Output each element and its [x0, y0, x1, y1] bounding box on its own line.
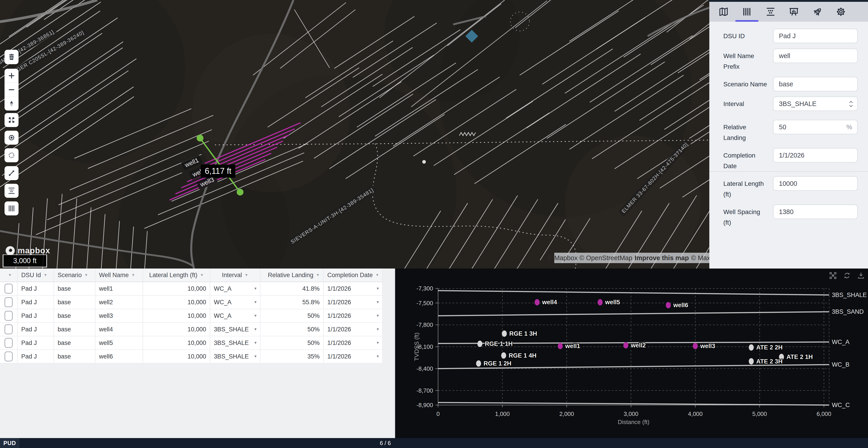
cell-dropdown-icon[interactable]: ▼ — [254, 341, 257, 345]
tab-rocket[interactable] — [806, 2, 829, 22]
table-row[interactable]: Pad Jbasewell110,000WC_A▼41.8%1/1/2026▼ — [0, 282, 383, 296]
chart-point[interactable] — [477, 341, 483, 347]
target-circle-button[interactable] — [4, 131, 19, 145]
chart-cluster-button[interactable] — [829, 271, 837, 280]
cell-relative-landing: 35% — [260, 350, 324, 363]
cell-lateral-length-ft-: 10,000 — [143, 296, 210, 309]
select-all-header[interactable]: ▼ — [0, 268, 18, 282]
row-checkbox[interactable] — [4, 324, 13, 334]
chart-point[interactable] — [623, 342, 628, 349]
section-view-button[interactable] — [4, 184, 19, 198]
chart-point[interactable] — [598, 299, 602, 306]
chart-download-button[interactable] — [857, 271, 865, 280]
improve-map-link[interactable]: Improve this map — [634, 254, 689, 262]
column-header-completion-date[interactable]: Completion Date▼ — [324, 268, 383, 282]
tab-gun-barrel[interactable] — [735, 2, 758, 22]
chart-point[interactable] — [535, 299, 539, 306]
cell-dropdown-icon[interactable]: ▼ — [376, 354, 379, 358]
map-canvas[interactable]: SMR 8H-[42-389-36861]GER C205SL-[42-389-… — [0, 0, 709, 268]
lateral-length-ft-input[interactable]: 10000 — [773, 176, 858, 191]
expand-button[interactable] — [4, 113, 19, 127]
cell-dropdown-icon[interactable]: ▼ — [376, 300, 379, 304]
chart-point[interactable] — [693, 343, 698, 349]
column-header-dsu-id[interactable]: DSU Id▼ — [18, 268, 54, 282]
cell-value: 50% — [307, 326, 320, 333]
chart-point[interactable] — [558, 343, 563, 349]
cell-dropdown-icon[interactable]: ▼ — [376, 341, 379, 345]
measure-button[interactable] — [4, 166, 19, 180]
chart-point[interactable] — [666, 302, 671, 308]
cell-value: WC_A — [214, 299, 231, 306]
chart-point[interactable] — [476, 360, 481, 366]
row-checkbox[interactable] — [4, 338, 13, 348]
column-header-label: DSU Id — [21, 272, 41, 279]
column-menu-icon[interactable]: ▼ — [375, 273, 379, 277]
column-header-well-name[interactable]: Well Name▼ — [95, 268, 143, 282]
cell-completion-date: 1/1/2026▼ — [324, 337, 383, 349]
cell-dropdown-icon[interactable]: ▼ — [254, 354, 257, 358]
cell-value: 10,000 — [187, 312, 206, 319]
scenario-name-input[interactable]: base — [773, 77, 858, 91]
table-row[interactable]: Pad Jbasewell410,0003BS_SHALE▼50%1/1/202… — [0, 323, 383, 337]
settings-icon — [836, 6, 846, 17]
column-menu-icon[interactable]: ▼ — [245, 273, 248, 277]
column-header-scenario[interactable]: Scenario▼ — [54, 268, 95, 282]
cell-relative-landing: 50% — [260, 323, 324, 336]
cell-dropdown-icon[interactable]: ▼ — [254, 300, 257, 304]
gun-barrel-view-button[interactable] — [4, 201, 19, 216]
table-row[interactable]: Pad Jbasewell510,0003BS_SHALE▼50%1/1/202… — [0, 337, 383, 350]
lasso-select-button[interactable] — [4, 148, 19, 162]
row-checkbox[interactable] — [4, 284, 13, 294]
column-menu-icon[interactable]: ▼ — [131, 273, 135, 277]
column-menu-icon[interactable]: ▼ — [200, 273, 204, 277]
zoom-in-button[interactable] — [4, 69, 19, 83]
column-header-relative-landing[interactable]: Relative Landing▼ — [260, 268, 324, 282]
column-header-lateral-length-ft-[interactable]: Lateral Length (ft)▼ — [143, 268, 210, 282]
chart-point[interactable] — [749, 358, 754, 364]
checkbox-cell — [0, 296, 18, 309]
field-label: Well Name Prefix — [723, 51, 771, 72]
relative-landing-input[interactable]: 50% — [773, 120, 858, 134]
field-value: 50 — [779, 123, 786, 131]
dsu-id-input[interactable]: Pad J — [773, 29, 858, 43]
column-menu-icon[interactable]: ▼ — [316, 273, 320, 277]
mode-badge[interactable]: PUD — [0, 438, 20, 448]
cell-dropdown-icon[interactable]: ▼ — [254, 314, 257, 318]
cell-dropdown-icon[interactable]: ▼ — [254, 327, 257, 331]
column-header-interval[interactable]: Interval▼ — [210, 268, 260, 282]
chart-point-label: well4 — [542, 299, 557, 306]
x-axis-title: Distance (ft) — [618, 419, 649, 425]
tab-presentation[interactable] — [782, 2, 806, 22]
well-spacing-ft-input[interactable]: 1380 — [773, 204, 858, 219]
table-row[interactable]: Pad Jbasewell210,000WC_A▼55.8%1/1/2026▼ — [0, 296, 383, 309]
tab-map[interactable] — [712, 2, 735, 22]
well-name-prefix-input[interactable]: well — [773, 49, 858, 63]
cell-dropdown-icon[interactable]: ▼ — [376, 327, 379, 331]
chart-point[interactable] — [749, 344, 754, 351]
properties-panel: DSU IDPad JWell Name PrefixwellScenario … — [709, 0, 868, 268]
chart-point[interactable] — [502, 330, 507, 337]
cell-dropdown-icon[interactable]: ▼ — [376, 314, 379, 318]
table-row[interactable]: Pad Jbasewell310,000WC_A▼50%1/1/2026▼ — [0, 309, 383, 323]
rocket-icon — [812, 6, 823, 17]
row-checkbox[interactable] — [4, 351, 13, 361]
chart-point[interactable] — [501, 352, 506, 359]
tab-section[interactable] — [759, 2, 782, 22]
cell-dropdown-icon[interactable]: ▼ — [254, 287, 257, 291]
delete-button[interactable] — [4, 50, 19, 64]
active-tab-indicator — [735, 20, 758, 22]
table-row[interactable]: Pad Jbasewell610,0003BS_SHALE▼35%1/1/202… — [0, 350, 383, 363]
zoom-out-button[interactable] — [4, 83, 19, 97]
column-menu-icon[interactable]: ▼ — [85, 273, 88, 277]
chart-refresh-button[interactable] — [843, 271, 851, 280]
tab-settings[interactable] — [829, 2, 852, 22]
column-menu-icon[interactable]: ▼ — [8, 273, 12, 277]
column-menu-icon[interactable]: ▼ — [43, 273, 47, 277]
row-checkbox[interactable] — [4, 297, 13, 307]
interval-input[interactable]: 3BS_SHALE — [773, 97, 858, 111]
field-value: well — [779, 52, 790, 59]
cell-dropdown-icon[interactable]: ▼ — [376, 287, 379, 291]
compass-button[interactable] — [4, 97, 19, 110]
row-checkbox[interactable] — [4, 311, 13, 321]
completion-date-input[interactable]: 1/1/2026 — [773, 148, 858, 162]
